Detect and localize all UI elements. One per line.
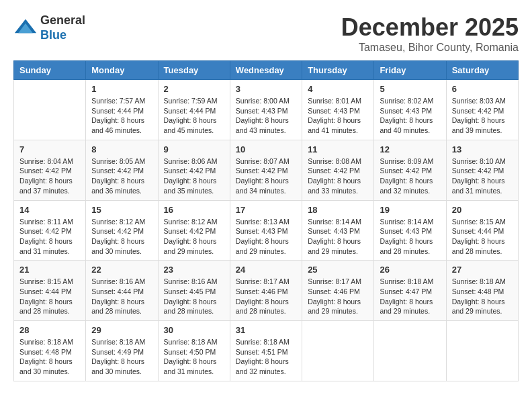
day-info: Sunrise: 8:02 AMSunset: 4:43 PMDaylight:… [380, 96, 440, 136]
location: Tamaseu, Bihor County, Romania [341, 42, 519, 54]
day-info: Sunrise: 8:14 AMSunset: 4:43 PMDaylight:… [380, 217, 440, 257]
calendar-cell: 8Sunrise: 8:05 AMSunset: 4:42 PMDaylight… [86, 140, 158, 200]
calendar-cell [374, 321, 446, 381]
day-number: 26 [380, 265, 440, 275]
day-number: 11 [308, 144, 368, 154]
day-info: Sunrise: 7:59 AMSunset: 4:44 PMDaylight:… [164, 96, 224, 136]
header: General Blue December 2025 Tamaseu, Biho… [13, 13, 519, 54]
calendar: SundayMondayTuesdayWednesdayThursdayFrid… [13, 60, 519, 381]
day-info: Sunrise: 8:08 AMSunset: 4:42 PMDaylight:… [308, 156, 368, 196]
logo: General Blue [13, 13, 85, 42]
weekday-header: Tuesday [158, 61, 230, 80]
day-number: 30 [164, 325, 224, 335]
day-number: 27 [452, 265, 513, 275]
day-info: Sunrise: 8:15 AMSunset: 4:44 PMDaylight:… [19, 277, 80, 316]
calendar-cell: 11Sunrise: 8:08 AMSunset: 4:42 PMDayligh… [302, 140, 374, 200]
calendar-cell: 16Sunrise: 8:12 AMSunset: 4:42 PMDayligh… [158, 200, 230, 261]
calendar-cell: 15Sunrise: 8:12 AMSunset: 4:42 PMDayligh… [86, 200, 158, 261]
calendar-cell: 21Sunrise: 8:15 AMSunset: 4:44 PMDayligh… [14, 261, 86, 321]
calendar-cell: 13Sunrise: 8:10 AMSunset: 4:42 PMDayligh… [446, 140, 518, 200]
month-title: December 2025 [341, 13, 519, 42]
calendar-week-row: 7Sunrise: 8:04 AMSunset: 4:42 PMDaylight… [14, 140, 519, 200]
calendar-cell: 9Sunrise: 8:06 AMSunset: 4:42 PMDaylight… [158, 140, 230, 200]
day-info: Sunrise: 7:57 AMSunset: 4:44 PMDaylight:… [91, 96, 152, 136]
day-number: 17 [236, 205, 296, 215]
day-number: 24 [236, 265, 296, 275]
calendar-cell: 17Sunrise: 8:13 AMSunset: 4:43 PMDayligh… [230, 200, 302, 261]
day-info: Sunrise: 8:06 AMSunset: 4:42 PMDaylight:… [164, 156, 224, 196]
day-number: 22 [91, 265, 152, 275]
calendar-cell: 12Sunrise: 8:09 AMSunset: 4:42 PMDayligh… [374, 140, 446, 200]
day-number: 20 [452, 205, 513, 215]
day-number: 16 [164, 205, 224, 215]
day-info: Sunrise: 8:11 AMSunset: 4:42 PMDaylight:… [19, 217, 80, 257]
calendar-cell: 31Sunrise: 8:18 AMSunset: 4:51 PMDayligh… [230, 321, 302, 381]
calendar-cell: 24Sunrise: 8:17 AMSunset: 4:46 PMDayligh… [230, 261, 302, 321]
day-number: 19 [380, 205, 440, 215]
weekday-header: Sunday [14, 61, 86, 80]
day-number: 3 [236, 84, 296, 94]
day-info: Sunrise: 8:18 AMSunset: 4:50 PMDaylight:… [164, 337, 224, 377]
calendar-cell: 2Sunrise: 7:59 AMSunset: 4:44 PMDaylight… [158, 80, 230, 140]
day-info: Sunrise: 8:15 AMSunset: 4:44 PMDaylight:… [452, 217, 513, 257]
day-number: 5 [380, 84, 440, 94]
weekday-header: Monday [86, 61, 158, 80]
day-info: Sunrise: 8:14 AMSunset: 4:43 PMDaylight:… [308, 217, 368, 257]
calendar-cell: 5Sunrise: 8:02 AMSunset: 4:43 PMDaylight… [374, 80, 446, 140]
calendar-cell: 22Sunrise: 8:16 AMSunset: 4:44 PMDayligh… [86, 261, 158, 321]
calendar-cell: 29Sunrise: 8:18 AMSunset: 4:49 PMDayligh… [86, 321, 158, 381]
day-number: 12 [380, 144, 440, 154]
day-info: Sunrise: 8:00 AMSunset: 4:43 PMDaylight:… [236, 96, 296, 136]
day-info: Sunrise: 8:17 AMSunset: 4:46 PMDaylight:… [308, 277, 368, 316]
day-number: 13 [452, 144, 513, 154]
day-number: 15 [91, 205, 152, 215]
calendar-cell: 1Sunrise: 7:57 AMSunset: 4:44 PMDaylight… [86, 80, 158, 140]
day-number: 9 [164, 144, 224, 154]
calendar-week-row: 1Sunrise: 7:57 AMSunset: 4:44 PMDaylight… [14, 80, 519, 140]
day-number: 8 [91, 144, 152, 154]
day-info: Sunrise: 8:18 AMSunset: 4:49 PMDaylight:… [91, 337, 152, 377]
day-info: Sunrise: 8:18 AMSunset: 4:47 PMDaylight:… [380, 277, 440, 316]
calendar-cell: 30Sunrise: 8:18 AMSunset: 4:50 PMDayligh… [158, 321, 230, 381]
calendar-cell: 4Sunrise: 8:01 AMSunset: 4:43 PMDaylight… [302, 80, 374, 140]
day-info: Sunrise: 8:18 AMSunset: 4:51 PMDaylight:… [236, 337, 296, 377]
day-number: 31 [236, 325, 296, 335]
day-number: 14 [19, 205, 80, 215]
day-number: 7 [19, 144, 80, 154]
weekday-header-row: SundayMondayTuesdayWednesdayThursdayFrid… [14, 61, 519, 80]
day-number: 2 [164, 84, 224, 94]
logo-text: General Blue [40, 13, 85, 42]
day-number: 25 [308, 265, 368, 275]
day-number: 29 [91, 325, 152, 335]
weekday-header: Saturday [446, 61, 518, 80]
day-info: Sunrise: 8:05 AMSunset: 4:42 PMDaylight:… [91, 156, 152, 196]
day-info: Sunrise: 8:16 AMSunset: 4:45 PMDaylight:… [164, 277, 224, 316]
calendar-cell: 28Sunrise: 8:18 AMSunset: 4:48 PMDayligh… [14, 321, 86, 381]
logo-general: General [40, 13, 85, 27]
day-number: 23 [164, 265, 224, 275]
day-info: Sunrise: 8:12 AMSunset: 4:42 PMDaylight:… [164, 217, 224, 257]
day-info: Sunrise: 8:17 AMSunset: 4:46 PMDaylight:… [236, 277, 296, 316]
calendar-cell: 7Sunrise: 8:04 AMSunset: 4:42 PMDaylight… [14, 140, 86, 200]
day-info: Sunrise: 8:01 AMSunset: 4:43 PMDaylight:… [308, 96, 368, 136]
day-info: Sunrise: 8:04 AMSunset: 4:42 PMDaylight:… [19, 156, 80, 196]
calendar-cell: 10Sunrise: 8:07 AMSunset: 4:42 PMDayligh… [230, 140, 302, 200]
day-info: Sunrise: 8:18 AMSunset: 4:48 PMDaylight:… [452, 277, 513, 316]
calendar-cell: 18Sunrise: 8:14 AMSunset: 4:43 PMDayligh… [302, 200, 374, 261]
calendar-cell: 23Sunrise: 8:16 AMSunset: 4:45 PMDayligh… [158, 261, 230, 321]
calendar-cell [302, 321, 374, 381]
day-info: Sunrise: 8:09 AMSunset: 4:42 PMDaylight:… [380, 156, 440, 196]
calendar-week-row: 14Sunrise: 8:11 AMSunset: 4:42 PMDayligh… [14, 200, 519, 261]
weekday-header: Wednesday [230, 61, 302, 80]
day-info: Sunrise: 8:03 AMSunset: 4:42 PMDaylight:… [452, 96, 513, 136]
calendar-week-row: 28Sunrise: 8:18 AMSunset: 4:48 PMDayligh… [14, 321, 519, 381]
logo-blue: Blue [40, 28, 66, 42]
calendar-cell [14, 80, 86, 140]
calendar-cell: 27Sunrise: 8:18 AMSunset: 4:48 PMDayligh… [446, 261, 518, 321]
title-area: December 2025 Tamaseu, Bihor County, Rom… [341, 13, 519, 54]
calendar-cell: 26Sunrise: 8:18 AMSunset: 4:47 PMDayligh… [374, 261, 446, 321]
calendar-week-row: 21Sunrise: 8:15 AMSunset: 4:44 PMDayligh… [14, 261, 519, 321]
day-number: 21 [19, 265, 80, 275]
calendar-cell [446, 321, 518, 381]
calendar-cell: 3Sunrise: 8:00 AMSunset: 4:43 PMDaylight… [230, 80, 302, 140]
